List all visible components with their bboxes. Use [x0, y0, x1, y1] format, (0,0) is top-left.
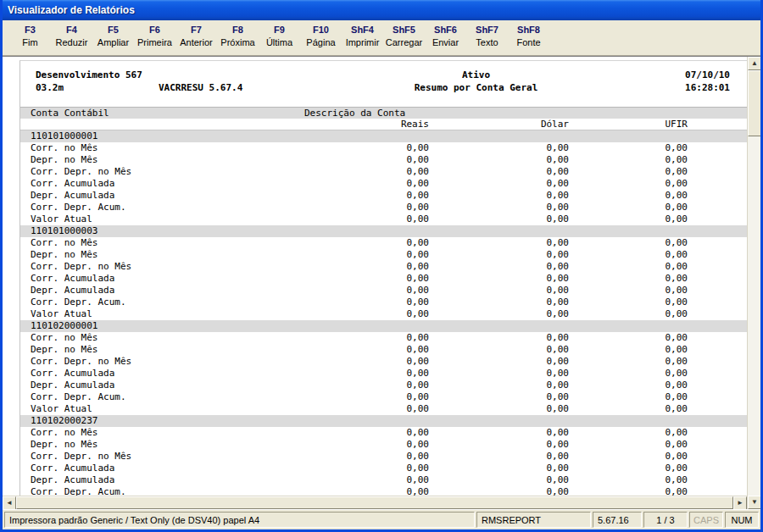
- report-row: Corr. no Mês0,000,000,00: [20, 237, 747, 249]
- vertical-scrollbar[interactable]: ▲ ▼: [747, 57, 760, 509]
- row-label: Corr. no Mês: [31, 332, 302, 344]
- reais-value: 0,00: [302, 356, 429, 368]
- toolbar-action-label: Fim: [11, 37, 49, 48]
- toolbar-button-shf6[interactable]: ShF6 Enviar: [425, 24, 466, 49]
- toolbar-action-label: Carregar: [385, 37, 423, 48]
- report-row: Corr. no Mês0,000,000,00: [20, 332, 747, 344]
- toolbar-key-label: F8: [219, 25, 257, 36]
- dolar-value: 0,00: [429, 332, 569, 344]
- ufir-value: 0,00: [569, 356, 688, 368]
- toolbar-key-label: F7: [177, 25, 215, 36]
- toolbar-button-f6[interactable]: F6 Primeira: [134, 24, 175, 49]
- row-label: Corr. Acumulada: [31, 178, 302, 190]
- scroll-down-icon[interactable]: ▼: [748, 496, 761, 509]
- dolar-value: 0,00: [429, 439, 569, 451]
- ufir-value: 0,00: [569, 439, 688, 451]
- app-window: Visualizador de Relatórios F3 Fim F4 Red…: [0, 0, 763, 532]
- report-row: Corr. Depr. Acum.0,000,000,00: [20, 486, 747, 496]
- col-description-label: Descrição da Conta: [304, 108, 405, 119]
- status-version: 5.67.16: [593, 512, 642, 528]
- reais-value: 0,00: [302, 344, 429, 356]
- ufir-value: 0,00: [569, 344, 688, 356]
- row-label: Corr. Depr. no Mês: [31, 261, 302, 273]
- report-row: Depr. no Mês0,000,000,00: [20, 439, 747, 451]
- scroll-right-icon[interactable]: ►: [733, 496, 747, 510]
- col-reais-label: Reais: [302, 119, 429, 130]
- dolar-value: 0,00: [429, 273, 569, 285]
- reais-value: 0,00: [302, 249, 429, 261]
- toolbar-key-label: F6: [136, 25, 174, 36]
- row-label: Corr. no Mês: [31, 142, 302, 154]
- toolbar-button-f8[interactable]: F8 Próxima: [217, 24, 259, 49]
- status-num-indicator: NUM: [725, 512, 759, 528]
- dolar-value: 0,00: [429, 261, 569, 273]
- toolbar-button-f4[interactable]: F4 Reduzir: [51, 24, 92, 49]
- report-date: 07/10/10: [628, 69, 730, 82]
- toolbar-button-f3[interactable]: F3 Fim: [9, 24, 51, 49]
- ufir-value: 0,00: [569, 261, 688, 273]
- row-label: Corr. Depr. Acum.: [31, 486, 302, 496]
- row-label: Depr. Acumulada: [31, 285, 302, 296]
- ufir-value: 0,00: [569, 474, 688, 486]
- report-title: Resumo por Conta Geral: [324, 82, 628, 95]
- toolbar-key-label: F9: [260, 25, 298, 36]
- toolbar-button-shf7[interactable]: ShF7 Texto: [466, 24, 508, 49]
- dolar-value: 0,00: [429, 356, 569, 368]
- ufir-value: 0,00: [569, 380, 688, 391]
- toolbar-button-f10[interactable]: F10 Página: [300, 24, 342, 49]
- toolbar-button-shf4[interactable]: ShF4 Imprimir: [342, 24, 383, 49]
- vertical-scroll-thumb[interactable]: [748, 70, 761, 136]
- dolar-value: 0,00: [429, 142, 569, 154]
- scroll-up-icon[interactable]: ▲: [748, 57, 761, 70]
- reais-value: 0,00: [302, 142, 429, 154]
- reais-value: 0,00: [302, 178, 429, 190]
- report-page: Desenvolvimento 567 Ativo 07/10/10 03.2m…: [19, 60, 747, 496]
- reais-value: 0,00: [302, 213, 429, 225]
- status-caps-indicator: CAPS: [689, 512, 723, 528]
- dolar-value: 0,00: [429, 368, 569, 380]
- toolbar-button-shf8[interactable]: ShF8 Fonte: [508, 24, 549, 49]
- ufir-value: 0,00: [569, 213, 688, 225]
- report-row: Depr. no Mês0,000,000,00: [20, 154, 747, 166]
- report-row: Valor Atual0,000,000,00: [20, 308, 747, 320]
- row-label: Corr. Acumulada: [31, 273, 302, 285]
- account-band: 110102000001: [20, 320, 747, 332]
- row-label: Depr. Acumulada: [31, 190, 302, 202]
- row-label: Depr. no Mês: [31, 344, 302, 356]
- account-band: 110102000237: [20, 415, 747, 427]
- report-header: Desenvolvimento 567 Ativo 07/10/10 03.2m…: [20, 69, 747, 95]
- toolbar-button-f9[interactable]: F9 Última: [259, 24, 300, 49]
- toolbar-button-f7[interactable]: F7 Anterior: [175, 24, 217, 49]
- ufir-value: 0,00: [569, 142, 688, 154]
- toolbar: F3 Fim F4 Reduzir F5 Ampliar F6 Primeira…: [3, 20, 760, 56]
- horizontal-scroll-thumb[interactable]: [16, 496, 733, 509]
- report-row: Corr. Acumulada0,000,000,00: [20, 273, 747, 285]
- status-page-indicator: 1 / 3: [643, 512, 688, 528]
- ufir-value: 0,00: [569, 486, 688, 496]
- report-viewport: Desenvolvimento 567 Ativo 07/10/10 03.2m…: [3, 57, 747, 496]
- toolbar-key-label: ShF6: [426, 25, 465, 36]
- ufir-value: 0,00: [569, 308, 688, 320]
- toolbar-key-label: ShF7: [468, 25, 506, 36]
- ufir-value: 0,00: [569, 273, 688, 285]
- row-label: Corr. Depr. no Mês: [31, 451, 302, 463]
- report-row: Corr. Depr. no Mês0,000,000,00: [20, 261, 747, 273]
- row-label: Corr. Acumulada: [31, 368, 302, 380]
- reais-value: 0,00: [302, 486, 429, 496]
- toolbar-button-shf5[interactable]: ShF5 Carregar: [383, 24, 425, 49]
- toolbar-action-label: Página: [302, 37, 340, 48]
- account-band: 110101000001: [20, 130, 747, 142]
- report-row: Corr. Depr. Acum.0,000,000,00: [20, 391, 747, 403]
- reais-value: 0,00: [302, 296, 429, 308]
- scroll-left-icon[interactable]: ◄: [3, 496, 16, 510]
- row-label: Corr. Depr. no Mês: [31, 166, 302, 178]
- dolar-value: 0,00: [429, 474, 569, 486]
- ufir-value: 0,00: [569, 368, 688, 380]
- report-area: Desenvolvimento 567 Ativo 07/10/10 03.2m…: [3, 56, 760, 509]
- dolar-value: 0,00: [429, 285, 569, 296]
- toolbar-key-label: ShF8: [510, 25, 548, 36]
- ufir-value: 0,00: [569, 391, 688, 403]
- toolbar-button-f5[interactable]: F5 Ampliar: [92, 24, 134, 49]
- report-row: Depr. Acumulada0,000,000,00: [20, 190, 747, 202]
- horizontal-scrollbar[interactable]: ◄ ►: [3, 496, 747, 509]
